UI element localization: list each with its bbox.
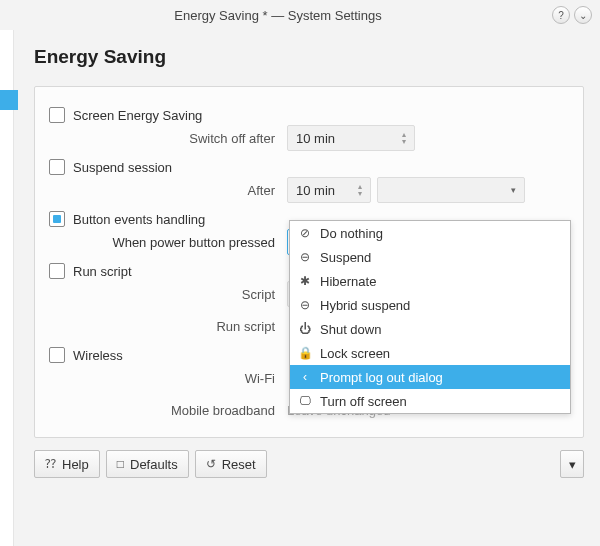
dropdown-item-logout[interactable]: ‹Prompt log out dialog [290,365,570,389]
window-title: Energy Saving * — System Settings [8,8,548,23]
page-title: Energy Saving [34,46,584,68]
after-label: After [49,183,287,198]
power-button-label: When power button pressed [49,235,287,250]
wireless-label: Wireless [73,348,123,363]
dropdown-item-suspend[interactable]: ⊖Suspend [290,245,570,269]
help-titlebar-icon[interactable]: ? [552,6,570,24]
logout-icon: ‹ [298,370,312,384]
screen-energy-row: Screen Energy Saving [49,107,569,123]
hibernate-icon: ✱ [298,274,312,288]
action-bar: ⁇Help □Defaults ↺Reset ▾ [34,450,584,478]
dropdown-item-hybrid[interactable]: ⊖Hybrid suspend [290,293,570,317]
screen-energy-checkbox[interactable] [49,107,65,123]
sidebar [0,30,14,546]
overflow-button[interactable]: ▾ [560,450,584,478]
help-icon: ⁇ [45,457,56,471]
monitor-icon: 🖵 [298,394,312,408]
suspend-action-combo: ▾ [377,177,525,203]
broadband-label: Mobile broadband [49,403,287,418]
main-content: Energy Saving Screen Energy Saving Switc… [14,30,600,546]
reset-icon: ↺ [206,457,216,471]
dropdown-item-lock[interactable]: 🔒Lock screen [290,341,570,365]
help-button[interactable]: ⁇Help [34,450,100,478]
button-events-checkbox[interactable] [49,211,65,227]
suspend-checkbox[interactable] [49,159,65,175]
defaults-icon: □ [117,457,124,471]
run-script-label: Run script [73,264,132,279]
dropdown-item-shutdown[interactable]: ⏻Shut down [290,317,570,341]
run-script-checkbox[interactable] [49,263,65,279]
spinner-arrows-icon: ▴▾ [358,183,362,197]
minimize-icon[interactable]: ⌄ [574,6,592,24]
power-button-dropdown: ⊘Do nothing ⊖Suspend ✱Hibernate ⊖Hybrid … [289,220,571,414]
screen-energy-label: Screen Energy Saving [73,108,202,123]
defaults-button[interactable]: □Defaults [106,450,189,478]
dropdown-item-screenoff[interactable]: 🖵Turn off screen [290,389,570,413]
spinner-arrows-icon: ▴▾ [402,131,406,145]
script-label: Script [49,287,287,302]
lock-icon: 🔒 [298,346,312,360]
suspend-icon: ⊖ [298,250,312,264]
button-events-label: Button events handling [73,212,205,227]
run-script-when-label: Run script [49,319,287,334]
after-spinner: 10 min ▴▾ [287,177,371,203]
suspend-label: Suspend session [73,160,172,175]
suspend-row: Suspend session [49,159,569,175]
hybrid-icon: ⊖ [298,298,312,312]
dropdown-item-hibernate[interactable]: ✱Hibernate [290,269,570,293]
power-icon: ⏻ [298,322,312,336]
wireless-checkbox[interactable] [49,347,65,363]
dropdown-item-do-nothing[interactable]: ⊘Do nothing [290,221,570,245]
chevron-down-icon: ▾ [511,185,516,195]
titlebar: Energy Saving * — System Settings ? ⌄ [0,0,600,30]
wifi-label: Wi-Fi [49,371,287,386]
prohibit-icon: ⊘ [298,226,312,240]
switch-off-label: Switch off after [49,131,287,146]
switch-off-spinner: 10 min ▴▾ [287,125,415,151]
reset-button[interactable]: ↺Reset [195,450,267,478]
chevron-down-icon: ▾ [569,457,576,472]
